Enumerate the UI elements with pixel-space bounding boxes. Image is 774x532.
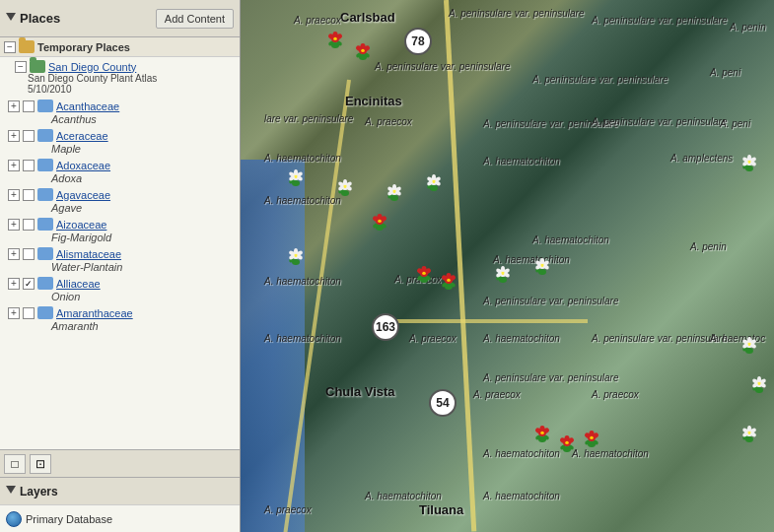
family-name-label[interactable]: Agavaceae: [56, 189, 110, 201]
family-name-label[interactable]: Aizoaceae: [56, 219, 106, 231]
flower-pin: [385, 182, 404, 202]
family-checkbox[interactable]: [23, 219, 35, 231]
flower-pin: [532, 424, 552, 443]
temp-places-collapse[interactable]: −: [4, 41, 16, 53]
family-common-name: Onion: [0, 290, 240, 304]
family-checkbox[interactable]: [23, 248, 35, 260]
family-expand[interactable]: +: [8, 307, 20, 319]
add-content-button[interactable]: Add Content: [156, 9, 234, 29]
family-checkbox[interactable]: ✓: [23, 278, 35, 290]
tree-node: +Adoxaceae: [0, 157, 240, 171]
primary-db-label: Primary Database: [26, 513, 112, 525]
route-marker: 54: [429, 389, 457, 417]
flower-pin: [749, 374, 769, 394]
flower-pin: [424, 172, 444, 192]
flower-pin: [335, 177, 355, 197]
family-checkbox[interactable]: [23, 189, 35, 201]
flower-pin: [582, 429, 601, 448]
san-diego-collapse[interactable]: −: [15, 61, 27, 73]
tree-node: +Aizoaceae: [0, 216, 240, 231]
flower-pin: [370, 212, 389, 232]
san-diego-folder-icon: [30, 60, 45, 73]
flower-pin: [353, 41, 373, 61]
map-area[interactable]: EncinitasChula VistaCarlsbadTiluana 7816…: [241, 0, 774, 532]
family-checkbox[interactable]: [23, 160, 35, 171]
atlas-date: 5/10/2010: [28, 84, 72, 95]
family-common-name: Amaranth: [0, 319, 240, 334]
family-name-label[interactable]: Amaranthaceae: [56, 307, 133, 319]
tree-node: +✓Alliaceae: [0, 275, 240, 290]
family-common-name: Fig-Marigold: [0, 231, 240, 245]
places-title: Places: [6, 11, 156, 26]
family-folder-icon: [37, 100, 53, 112]
globe-icon: [6, 511, 22, 527]
app-container: Places Add Content − Temporary Places − …: [0, 0, 774, 532]
layers-collapse-icon[interactable]: [6, 486, 16, 499]
family-common-name: Water-Plantain: [0, 260, 240, 275]
temp-places-label: Temporary Places: [37, 41, 130, 53]
san-diego-label[interactable]: San Diego County: [48, 61, 136, 73]
family-folder-icon: [37, 277, 53, 290]
flower-pin: [739, 424, 759, 443]
family-expand[interactable]: +: [8, 219, 20, 231]
places-header: Places Add Content: [0, 0, 240, 37]
family-name-label[interactable]: Alismataceae: [56, 248, 121, 260]
flower-pin: [739, 153, 759, 172]
family-folder-icon: [37, 306, 53, 319]
family-list: +AcanthaceaeAcanthus+AceraceaeMaple+Adox…: [0, 98, 240, 334]
flower-pin: [286, 167, 306, 187]
places-collapse-icon[interactable]: [6, 13, 16, 26]
places-label: Places: [20, 11, 60, 26]
family-expand[interactable]: +: [8, 160, 20, 171]
family-expand[interactable]: +: [8, 130, 20, 142]
places-toolbar: □ ⊡: [0, 449, 240, 477]
flower-pin: [414, 264, 434, 284]
atlas-row: San Diego County Plant Atlas 5/10/2010: [0, 73, 240, 98]
temp-places-row: − Temporary Places: [0, 37, 240, 57]
family-expand[interactable]: +: [8, 248, 20, 260]
family-common-name: Agave: [0, 201, 240, 216]
layers-header: Layers: [0, 477, 240, 504]
tree-node: +Acanthaceae: [0, 98, 240, 112]
flower-pin: [325, 30, 345, 49]
family-checkbox[interactable]: [23, 307, 35, 319]
left-panel: Places Add Content − Temporary Places − …: [0, 0, 241, 532]
tree-node: +Agavaceae: [0, 186, 240, 201]
family-name-label[interactable]: Alliaceae: [56, 278, 101, 290]
family-folder-icon: [37, 188, 53, 201]
places-tree[interactable]: − Temporary Places − San Diego County Sa…: [0, 37, 240, 449]
family-folder-icon: [37, 159, 53, 171]
family-common-name: Maple: [0, 142, 240, 157]
layers-title: Layers: [20, 485, 58, 499]
flower-pin: [286, 246, 306, 266]
san-diego-row: − San Diego County: [0, 57, 240, 73]
flower-pin: [739, 335, 759, 355]
tree-node: +Alismataceae: [0, 245, 240, 260]
toolbar-page-btn[interactable]: □: [4, 454, 26, 474]
family-expand[interactable]: +: [8, 189, 20, 201]
family-expand[interactable]: +: [8, 100, 20, 112]
temp-places-folder-icon: [19, 40, 35, 53]
flower-pin: [557, 433, 577, 453]
family-name-label[interactable]: Adoxaceae: [56, 160, 110, 171]
family-name-label[interactable]: Aceraceae: [56, 130, 108, 142]
family-folder-icon: [37, 247, 53, 260]
layers-content: Primary Database: [0, 504, 240, 532]
flower-pin: [439, 271, 458, 291]
family-folder-icon: [37, 129, 53, 142]
family-name-label[interactable]: Acanthaceae: [56, 100, 119, 112]
family-checkbox[interactable]: [23, 100, 35, 112]
family-common-name: Acanthus: [0, 112, 240, 127]
family-checkbox[interactable]: [23, 130, 35, 142]
route-marker: 78: [404, 28, 432, 55]
flower-pin: [493, 264, 513, 284]
route-marker: 163: [372, 313, 399, 341]
road-horizontal: [374, 319, 587, 323]
tree-node: +Amaranthaceae: [0, 304, 240, 319]
toolbar-folder-btn[interactable]: ⊡: [30, 454, 51, 474]
atlas-label: San Diego County Plant Atlas: [28, 73, 157, 84]
tree-node: +Aceraceae: [0, 127, 240, 142]
family-common-name: Adoxa: [0, 171, 240, 186]
family-expand[interactable]: +: [8, 278, 20, 290]
family-folder-icon: [37, 218, 53, 231]
